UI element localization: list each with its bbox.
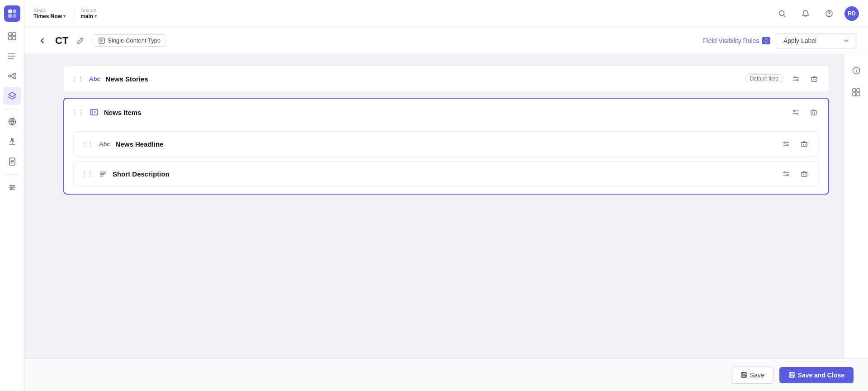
svg-rect-3 bbox=[13, 14, 16, 18]
left-sidebar bbox=[0, 0, 24, 391]
avatar[interactable]: RD bbox=[844, 6, 859, 21]
drag-handle-short-description[interactable]: ⋮⋮ bbox=[81, 170, 94, 177]
topbar: Stack Times Now ▾ Branch main ▾ bbox=[24, 0, 868, 27]
sidebar-item-list[interactable] bbox=[3, 47, 21, 65]
branch-selector[interactable]: Branch main ▾ bbox=[80, 8, 97, 19]
svg-rect-6 bbox=[9, 37, 12, 40]
svg-rect-4 bbox=[9, 33, 12, 36]
drag-handle-news-headline[interactable]: ⋮⋮ bbox=[81, 140, 94, 148]
main-content: ⋮⋮ Abc News Stories Default field bbox=[49, 54, 844, 391]
field-visibility-rules-button[interactable]: Field Visibility Rules 0 bbox=[703, 37, 770, 44]
sidebar-item-dashboard[interactable] bbox=[3, 27, 21, 45]
svg-line-36 bbox=[783, 15, 785, 17]
svg-rect-2 bbox=[8, 14, 12, 18]
sidebar-divider-1 bbox=[5, 109, 19, 109]
svg-rect-88 bbox=[853, 93, 856, 96]
save-button[interactable]: Save bbox=[731, 367, 774, 384]
field-actions-news-items bbox=[788, 105, 821, 119]
field-row-news-headline: ⋮⋮ Abc News Headline bbox=[73, 131, 819, 157]
stack-name: Times Now ▾ bbox=[33, 13, 66, 19]
save-and-close-button[interactable]: Save and Close bbox=[779, 367, 854, 383]
svg-point-34 bbox=[10, 189, 12, 190]
branch-name: main ▾ bbox=[80, 13, 97, 19]
drag-handle-news-items[interactable]: ⋮⋮ bbox=[71, 109, 84, 116]
svg-rect-0 bbox=[8, 10, 12, 13]
sidebar-item-network[interactable] bbox=[3, 113, 21, 131]
notifications-button[interactable] bbox=[797, 5, 814, 22]
delete-action-short-description[interactable] bbox=[797, 167, 811, 181]
svg-rect-87 bbox=[857, 89, 860, 92]
svg-rect-91 bbox=[742, 372, 745, 374]
svg-point-11 bbox=[8, 53, 9, 54]
svg-point-78 bbox=[787, 175, 788, 176]
stack-selector[interactable]: Stack Times Now ▾ bbox=[33, 8, 66, 19]
svg-point-38 bbox=[829, 15, 829, 15]
group-header-news-items: ⋮⋮ News Items bbox=[64, 99, 828, 126]
svg-point-24 bbox=[11, 138, 13, 140]
apply-label-button[interactable]: Apply Label bbox=[776, 33, 857, 48]
footer: Save Save and Close bbox=[24, 358, 868, 391]
settings-action-news-stories[interactable] bbox=[789, 72, 803, 86]
field-icon-short-description bbox=[99, 170, 107, 178]
search-button[interactable] bbox=[774, 5, 790, 22]
svg-rect-92 bbox=[742, 375, 745, 377]
stack-label: Stack bbox=[33, 8, 66, 13]
visibility-rules-label: Field Visibility Rules bbox=[703, 37, 759, 44]
visibility-count-badge: 0 bbox=[762, 37, 770, 44]
right-panel bbox=[844, 54, 868, 358]
field-name-short-description: Short Description bbox=[113, 170, 774, 178]
delete-action-news-stories[interactable] bbox=[807, 72, 821, 86]
save-label: Save bbox=[750, 372, 764, 379]
svg-point-77 bbox=[784, 172, 786, 173]
content-header: CT Single Content Type Field Visibility … bbox=[24, 27, 868, 54]
field-icon-news-stories: Abc bbox=[89, 76, 100, 82]
svg-point-45 bbox=[794, 77, 796, 78]
svg-point-46 bbox=[797, 80, 798, 81]
info-panel-button[interactable] bbox=[847, 62, 865, 80]
delete-action-news-headline[interactable] bbox=[797, 137, 811, 151]
field-row-news-items: ⋮⋮ News Items bbox=[63, 98, 829, 195]
svg-rect-16 bbox=[14, 77, 16, 79]
sidebar-item-settings[interactable] bbox=[3, 178, 21, 196]
page-title: CT bbox=[55, 35, 68, 47]
field-actions-news-stories bbox=[789, 72, 821, 86]
field-name-news-items: News Items bbox=[104, 109, 783, 116]
svg-rect-15 bbox=[14, 73, 16, 75]
svg-rect-94 bbox=[790, 372, 793, 374]
svg-rect-79 bbox=[802, 172, 807, 176]
sidebar-item-deploy[interactable] bbox=[3, 133, 21, 151]
content-type-selector[interactable]: Single Content Type bbox=[93, 34, 166, 47]
field-name-news-headline: News Headline bbox=[116, 140, 774, 148]
sidebar-item-audit[interactable] bbox=[3, 153, 21, 171]
back-button[interactable] bbox=[35, 33, 50, 48]
svg-point-32 bbox=[10, 185, 12, 186]
delete-action-news-items[interactable] bbox=[807, 105, 821, 119]
component-panel-button[interactable] bbox=[847, 83, 865, 101]
sidebar-divider-2 bbox=[5, 174, 19, 175]
field-row-news-stories: ⋮⋮ Abc News Stories Default field bbox=[63, 65, 829, 92]
svg-rect-59 bbox=[811, 111, 816, 115]
help-button[interactable] bbox=[821, 5, 837, 22]
svg-rect-95 bbox=[790, 375, 793, 377]
svg-rect-86 bbox=[853, 89, 856, 92]
field-icon-news-items bbox=[90, 108, 99, 117]
svg-rect-7 bbox=[13, 37, 16, 40]
drag-handle-news-stories[interactable]: ⋮⋮ bbox=[71, 75, 84, 82]
svg-rect-51 bbox=[90, 110, 98, 115]
svg-rect-14 bbox=[9, 75, 11, 77]
svg-point-65 bbox=[784, 142, 786, 143]
save-close-label: Save and Close bbox=[798, 372, 845, 379]
app-logo[interactable] bbox=[4, 5, 20, 22]
settings-action-short-description[interactable] bbox=[779, 167, 793, 181]
settings-action-news-items[interactable] bbox=[788, 105, 803, 119]
sidebar-item-layers[interactable] bbox=[3, 87, 21, 105]
svg-rect-89 bbox=[857, 93, 860, 96]
edit-title-button[interactable] bbox=[74, 34, 87, 48]
settings-action-news-headline[interactable] bbox=[779, 137, 793, 151]
svg-rect-1 bbox=[13, 10, 16, 13]
svg-point-58 bbox=[797, 113, 798, 114]
svg-point-57 bbox=[794, 110, 795, 112]
sidebar-item-schema[interactable] bbox=[3, 67, 21, 85]
apply-label-text: Apply Label bbox=[783, 37, 816, 44]
field-name-news-stories: News Stories bbox=[106, 75, 740, 83]
